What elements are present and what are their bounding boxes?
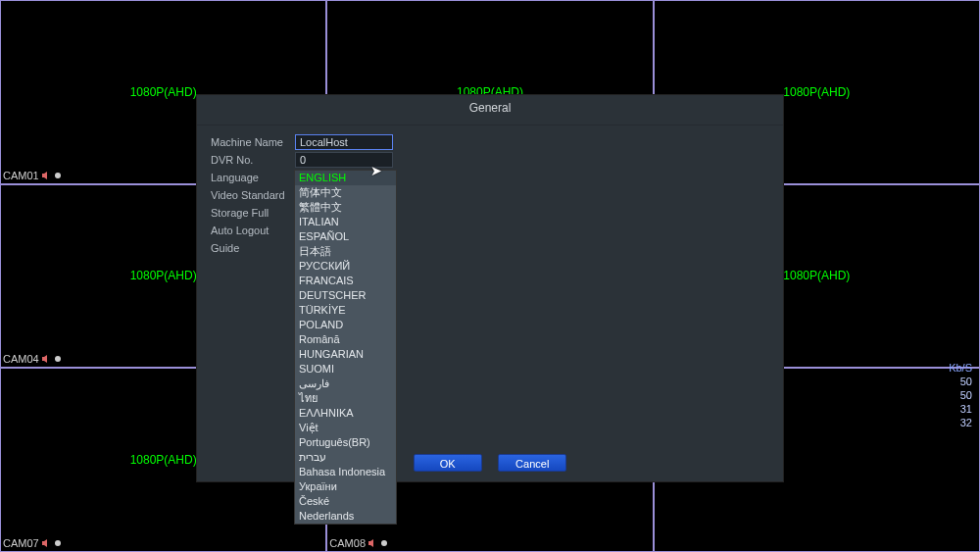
label-dvr-no: DVR No. [211, 154, 295, 166]
language-dropdown[interactable]: ENGLISH简体中文繁體中文ITALIANESPAÑOL日本語РУССКИЙF… [294, 170, 397, 525]
language-option[interactable]: DEUTSCHER [295, 288, 396, 303]
label-auto-logout: Auto Logout [211, 225, 295, 236]
cursor-icon: ➤ [370, 163, 382, 178]
label-video-standard: Video Standard [211, 189, 295, 201]
language-option[interactable]: 繁體中文 [295, 200, 396, 215]
language-option[interactable]: РУССКИЙ [295, 259, 396, 274]
bandwidth-value: 31 [949, 402, 972, 416]
language-option[interactable]: Română [295, 332, 396, 347]
camera-label: CAM04 [3, 353, 63, 365]
label-guide: Guide [211, 242, 295, 254]
language-option[interactable]: POLAND [295, 318, 396, 332]
resolution-label: 1080P(AHD) [130, 269, 197, 282]
bandwidth-value: 32 [949, 416, 972, 429]
cancel-button[interactable]: Cancel [498, 454, 566, 472]
camera-id: CAM01 [3, 170, 39, 181]
language-option[interactable]: Português(BR) [295, 435, 396, 450]
language-option[interactable]: ΕΛΛΗΝΙΚΑ [295, 406, 396, 421]
language-option[interactable]: України [295, 479, 396, 494]
bandwidth-header: Kb/S [949, 361, 972, 375]
language-option[interactable]: ไทย [295, 391, 396, 406]
language-option[interactable]: עברית [295, 450, 396, 465]
language-option[interactable]: فارسی [295, 376, 396, 391]
form-area: Machine Name LocalHost DVR No. 0 Languag… [197, 125, 783, 265]
language-option[interactable]: Việt [295, 421, 396, 435]
record-icon [53, 171, 63, 180]
camera-id: CAM08 [329, 537, 366, 549]
language-option[interactable]: ESPAÑOL [295, 229, 396, 244]
bandwidth-value: 50 [949, 375, 972, 388]
language-option[interactable]: Bahasa Indonesia [295, 465, 396, 479]
dialog-title: General [197, 95, 783, 125]
resolution-label: 1080P(AHD) [130, 85, 197, 99]
language-option[interactable]: SUOMI [295, 362, 396, 376]
record-icon [53, 538, 63, 548]
svg-point-0 [55, 173, 61, 178]
camera-id: CAM07 [3, 537, 39, 549]
record-icon [379, 538, 389, 548]
general-settings-dialog: General Machine Name LocalHost DVR No. 0… [196, 94, 784, 482]
label-language: Language [211, 172, 295, 183]
language-option[interactable]: HUNGARIAN [295, 347, 396, 362]
language-option[interactable]: České [295, 494, 396, 509]
language-option[interactable]: Nederlands [295, 509, 396, 524]
camera-label: CAM01 [3, 170, 63, 181]
bandwidth-value: 50 [949, 388, 972, 402]
bandwidth-panel: Kb/S 50 50 31 32 [949, 361, 972, 429]
camera-label: CAM07 [3, 537, 63, 549]
audio-icon [41, 354, 51, 364]
svg-point-2 [55, 540, 61, 546]
label-machine-name: Machine Name [211, 136, 295, 148]
language-option[interactable]: 简体中文 [295, 185, 396, 200]
language-option[interactable]: TÜRKİYE [295, 303, 396, 318]
svg-point-3 [381, 540, 387, 546]
resolution-label: 1080P(AHD) [130, 453, 197, 467]
language-option[interactable]: ITALIAN [295, 215, 396, 229]
audio-icon [41, 538, 51, 548]
label-storage-full: Storage Full [211, 207, 295, 219]
resolution-label: 1080P(AHD) [783, 269, 850, 282]
ok-button[interactable]: OK [414, 454, 482, 472]
audio-icon [368, 538, 377, 548]
record-icon [53, 354, 63, 364]
camera-id: CAM04 [3, 353, 39, 365]
svg-point-1 [55, 356, 61, 362]
machine-name-input[interactable]: LocalHost [295, 134, 393, 150]
resolution-label: 1080P(AHD) [783, 85, 850, 99]
camera-label: CAM08 [329, 537, 389, 549]
dialog-button-row: OK Cancel [197, 454, 783, 472]
audio-icon [41, 171, 51, 180]
language-option[interactable]: FRANCAIS [295, 274, 396, 288]
language-option[interactable]: 日本語 [295, 244, 396, 259]
